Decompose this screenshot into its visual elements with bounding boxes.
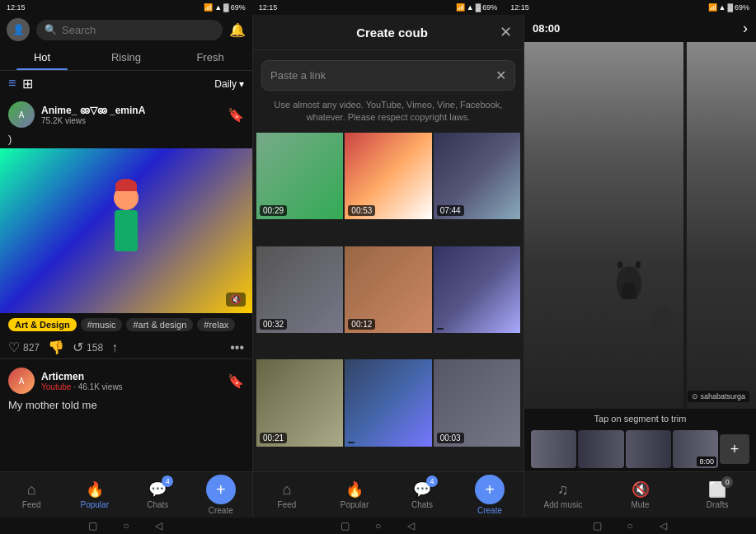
notification-icon[interactable]: 🔔: [229, 22, 246, 38]
nav-create-label: Create: [209, 506, 233, 515]
trim-thumb-4[interactable]: 8:00: [673, 430, 718, 468]
nav-create[interactable]: + Create: [190, 472, 253, 518]
tag-relax[interactable]: #relax: [197, 318, 235, 331]
mid-chats-badge-wrap: 💬 4: [413, 480, 431, 499]
door-frame: [683, 42, 687, 409]
right-nav-add-music[interactable]: ♫ Add music: [524, 472, 602, 518]
video-thumb-7[interactable]: 00:21: [256, 359, 343, 446]
chats-badge: 4: [162, 475, 173, 487]
dislike-button[interactable]: 👎: [48, 340, 64, 355]
drafts-badge: 0: [721, 476, 733, 488]
nav-popular[interactable]: 🔥 Popular: [63, 472, 127, 518]
circle-button-right[interactable]: ○: [622, 518, 638, 534]
right-nav-mute[interactable]: 🔇 Mute: [602, 472, 679, 518]
list-view-icon[interactable]: ≡: [8, 76, 16, 91]
tab-fresh[interactable]: Fresh: [168, 44, 252, 70]
volume-icon[interactable]: 🔇: [226, 293, 246, 307]
repost-button[interactable]: ↺ 158: [73, 340, 103, 355]
post-2-bookmark-icon[interactable]: 🔖: [228, 373, 244, 389]
system-icons-mid: 📶 ▲ ▓ 69%: [456, 3, 498, 12]
bottom-sys-right: ▢ ○ ◁: [504, 518, 756, 534]
back-button-mid[interactable]: ◁: [403, 518, 420, 534]
mid-nav-chats[interactable]: 💬 4 Chats: [388, 472, 456, 518]
more-options-button[interactable]: •••: [230, 340, 244, 355]
post-2-source-views: Youtube · 46.1K views: [41, 382, 221, 391]
chats-badge-wrap: 💬 4: [148, 480, 167, 499]
video-thumb-1[interactable]: 00:29: [256, 133, 343, 219]
mid-create-button[interactable]: +: [475, 475, 505, 504]
square-button-right[interactable]: ▢: [589, 518, 605, 534]
mid-home-icon: ⌂: [283, 481, 292, 499]
tag-art-design[interactable]: Art & Design: [8, 318, 77, 331]
paste-clear-icon[interactable]: ✕: [495, 68, 506, 83]
paste-input-wrap[interactable]: Paste a link ✕: [261, 60, 515, 91]
post-1-image[interactable]: 🔇: [0, 148, 252, 313]
post-1-bookmark-icon[interactable]: 🔖: [228, 107, 244, 123]
right-top-bar: 08:00 ›: [524, 15, 756, 42]
wifi-icon-right: ▲: [719, 3, 726, 12]
mid-chats-badge: 4: [426, 475, 438, 487]
grid-view-icon[interactable]: ⊞: [22, 76, 33, 91]
post-card-2: A Articmen Youtube · 46.1K views 🔖 My mo…: [0, 358, 252, 415]
post-card-1: A Anime_ ꙭ▽ꙭ _eminA 75.2K views 🔖 ): [0, 96, 252, 358]
tab-rising[interactable]: Rising: [84, 44, 168, 70]
create-button[interactable]: +: [206, 475, 236, 504]
tag-music[interactable]: #music: [81, 318, 123, 331]
share-button[interactable]: ↑: [111, 340, 118, 355]
right-video-area[interactable]: ⊙ sahabatsurga: [524, 42, 756, 409]
mid-fire-icon: 🔥: [345, 480, 364, 499]
right-nav-mute-label: Mute: [631, 500, 649, 509]
tag-art-design-2[interactable]: #art & design: [126, 318, 193, 331]
post-2-avatar: A: [8, 368, 35, 394]
square-button-mid[interactable]: ▢: [337, 518, 354, 534]
video-thumb-6[interactable]: [434, 246, 520, 333]
like-button[interactable]: ♡ 827: [8, 340, 40, 355]
plus-icon: +: [216, 480, 226, 499]
sim-icon: 📶: [204, 3, 213, 12]
status-bar-middle: 12:15 📶 ▲ ▓ 69%: [252, 3, 505, 12]
trim-thumb-3[interactable]: [626, 430, 671, 468]
mid-nav-feed[interactable]: ⌂ Feed: [253, 472, 321, 518]
video-thumb-8[interactable]: [345, 359, 431, 446]
video-duration-1: 00:29: [260, 205, 287, 216]
video-thumb-3[interactable]: 07:44: [434, 133, 520, 219]
battery-icon-mid: ▓: [476, 3, 481, 12]
back-button[interactable]: ◁: [151, 518, 167, 534]
battery-icon-right: ▓: [727, 3, 733, 12]
mid-nav-create[interactable]: + Create: [456, 472, 524, 518]
content-area[interactable]: A Anime_ ꙭ▽ꙭ _eminA 75.2K views 🔖 ): [0, 96, 252, 471]
search-input[interactable]: [62, 24, 214, 36]
video-thumb-8-bg: [345, 359, 431, 446]
video-thumb-5[interactable]: 00:12: [345, 246, 431, 333]
nav-feed[interactable]: ⌂ Feed: [0, 472, 63, 518]
post-2-username: Articmen: [41, 371, 221, 382]
trim-thumb-2[interactable]: [578, 430, 623, 468]
video-thumb-4[interactable]: 00:32: [256, 246, 343, 333]
add-clip-button[interactable]: +: [720, 434, 749, 464]
search-input-wrap[interactable]: 🔍: [36, 20, 223, 40]
right-video-time: 08:00: [533, 22, 560, 35]
filter-daily-button[interactable]: Daily ▾: [214, 78, 244, 90]
right-arrow-icon[interactable]: ›: [743, 20, 748, 37]
video-thumb-2[interactable]: 00:53: [345, 133, 431, 219]
close-button[interactable]: ✕: [500, 23, 512, 41]
video-scene: ⊙ sahabatsurga: [524, 42, 756, 409]
avatar-icon: 👤: [12, 24, 25, 35]
post-1-caption: ): [0, 133, 252, 148]
mid-plus-icon: +: [485, 480, 495, 499]
post-1-username: Anime_ ꙭ▽ꙭ _eminA: [41, 105, 221, 116]
circle-button-mid[interactable]: ○: [370, 518, 387, 534]
tab-hot[interactable]: Hot: [0, 44, 84, 70]
mid-nav-popular[interactable]: 🔥 Popular: [321, 472, 388, 518]
user-avatar[interactable]: 👤: [7, 18, 30, 41]
square-button[interactable]: ▢: [85, 518, 101, 534]
right-nav-drafts[interactable]: ⬜ 0 Drafts: [679, 472, 756, 518]
chevron-down-icon: ▾: [239, 78, 244, 90]
circle-button[interactable]: ○: [118, 518, 134, 534]
back-button-right[interactable]: ◁: [655, 518, 671, 534]
nav-chats[interactable]: 💬 4 Chats: [126, 472, 190, 518]
trim-thumb-1[interactable]: [531, 430, 576, 468]
bottom-sys-mid: ▢ ○ ◁: [252, 518, 505, 534]
mid-nav-popular-label: Popular: [340, 500, 369, 509]
video-thumb-9[interactable]: 00:03: [434, 359, 520, 446]
